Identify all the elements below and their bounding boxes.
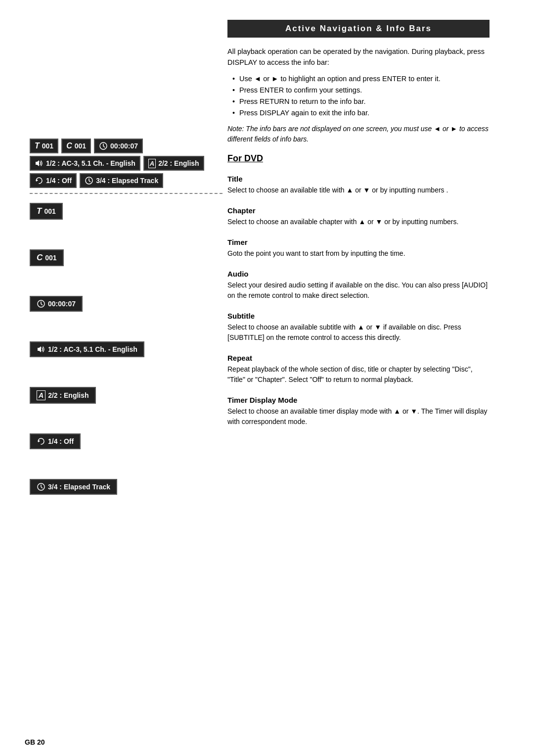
subtitle-standalone-value: 2/2 : English bbox=[48, 391, 89, 399]
intro-paragraph: All playback operation can be operated b… bbox=[227, 47, 490, 68]
audio-display-widget: 1/2 : AC-3, 5.1 Ch. - English bbox=[30, 156, 140, 171]
subtitle-standalone-widget: A 2/2 : English bbox=[30, 387, 222, 404]
for-dvd-heading: For DVD bbox=[227, 153, 490, 164]
title-display-widget: T 001 bbox=[30, 139, 58, 153]
section-header: Active Navigation & Info Bars bbox=[227, 20, 490, 38]
section-timer-text: Goto the point you want to start from by… bbox=[227, 248, 490, 259]
page-number: GB 20 bbox=[25, 738, 44, 746]
timer-standalone-icon bbox=[37, 299, 45, 308]
title-standalone-widget: T 001 bbox=[30, 203, 222, 220]
title-icon: T bbox=[35, 142, 40, 150]
section-timer-label: Timer bbox=[227, 238, 490, 246]
audio-standalone-icon bbox=[37, 345, 45, 354]
timer-standalone-group: 00:00:07 bbox=[30, 296, 222, 312]
section-title-label: Title bbox=[227, 175, 490, 183]
subtitle-icon: A bbox=[148, 159, 156, 168]
chapter-icon: C bbox=[66, 142, 72, 150]
section-timer-display-label: Timer Display Mode bbox=[227, 396, 490, 404]
svg-marker-2 bbox=[36, 179, 38, 182]
left-column: T 001 C 001 00:00:07 bbox=[30, 139, 222, 524]
audio-standalone-group: 1/2 : AC-3, 5.1 Ch. - English bbox=[30, 341, 222, 357]
dashed-divider bbox=[30, 193, 222, 194]
chapter-standalone-value: 001 bbox=[45, 254, 56, 262]
section-subtitle-block: Subtitle Select to choose an available s… bbox=[227, 312, 490, 343]
title-standalone-group: T 001 bbox=[30, 203, 222, 220]
subtitle-standalone-box: A 2/2 : English bbox=[30, 387, 96, 404]
bullet-item: Use ◄ or ► to highlight an option and pr… bbox=[232, 73, 490, 85]
title-value: 001 bbox=[42, 142, 53, 150]
section-chapter-label: Chapter bbox=[227, 206, 490, 215]
chapter-standalone-box: C 001 bbox=[30, 249, 64, 266]
subtitle-standalone-group: A 2/2 : English bbox=[30, 387, 222, 404]
section-audio-text: Select your desired audio setting if ava… bbox=[227, 280, 490, 301]
top-row-3: 1/4 : Off 3/4 : Elapsed Track bbox=[30, 173, 222, 188]
section-subtitle-label: Subtitle bbox=[227, 312, 490, 320]
repeat-display-widget: 1/4 : Off bbox=[30, 173, 77, 188]
timer-standalone-widget: 00:00:07 bbox=[30, 296, 222, 312]
section-repeat-block: Repeat Repeat playback of the whole sect… bbox=[227, 354, 490, 385]
timer-icon bbox=[99, 142, 108, 150]
repeat-standalone-value: 1/4 : Off bbox=[48, 437, 74, 445]
timer-value: 00:00:07 bbox=[110, 142, 138, 150]
timer-display-mode-value: 3/4 : Elapsed Track bbox=[96, 177, 158, 185]
section-title-block: Title Select to choose an available titl… bbox=[227, 175, 490, 195]
timer-display-mode-widget: 3/4 : Elapsed Track bbox=[80, 173, 163, 188]
audio-standalone-box: 1/2 : AC-3, 5.1 Ch. - English bbox=[30, 341, 144, 357]
chapter-standalone-group: C 001 bbox=[30, 249, 222, 266]
page-container: Active Navigation & Info Bars All playba… bbox=[0, 0, 534, 756]
section-timer-display-block: Timer Display Mode Select to choose an a… bbox=[227, 396, 490, 427]
timer-display-widget-top: 00:00:07 bbox=[94, 139, 143, 153]
section-repeat-label: Repeat bbox=[227, 354, 490, 362]
bullet-item: Press RETURN to return to the info bar. bbox=[232, 96, 490, 107]
timer-display-icon bbox=[85, 176, 93, 185]
subtitle-display-widget: A 2/2 : English bbox=[143, 156, 204, 171]
subtitle-standalone-icon: A bbox=[37, 390, 45, 400]
title-standalone-box: T 001 bbox=[30, 203, 63, 220]
repeat-standalone-icon bbox=[37, 437, 45, 446]
repeat-icon bbox=[35, 176, 44, 185]
section-chapter-block: Chapter Select to choose an available ch… bbox=[227, 206, 490, 227]
right-column: Active Navigation & Info Bars All playba… bbox=[227, 20, 509, 438]
top-info-bar: T 001 C 001 00:00:07 bbox=[30, 139, 222, 188]
svg-marker-5 bbox=[38, 346, 41, 352]
section-chapter-text: Select to choose an available chapter wi… bbox=[227, 217, 490, 227]
timer-display-standalone-group: 3/4 : Elapsed Track bbox=[30, 479, 222, 495]
section-audio-label: Audio bbox=[227, 270, 490, 278]
title-standalone-value: 001 bbox=[44, 207, 55, 215]
timer-display-standalone-value: 3/4 : Elapsed Track bbox=[48, 483, 110, 491]
subtitle-value: 2/2 : English bbox=[158, 159, 199, 167]
repeat-standalone-box: 1/4 : Off bbox=[30, 433, 81, 449]
audio-standalone-widget: 1/2 : AC-3, 5.1 Ch. - English bbox=[30, 341, 222, 357]
section-timer-display-text: Select to choose an available timer disp… bbox=[227, 406, 490, 427]
timer-display-standalone-widget: 3/4 : Elapsed Track bbox=[30, 479, 222, 495]
repeat-standalone-widget: 1/4 : Off bbox=[30, 433, 222, 449]
audio-standalone-value: 1/2 : AC-3, 5.1 Ch. - English bbox=[48, 345, 137, 353]
chapter-display-widget: C 001 bbox=[61, 139, 91, 153]
timer-display-standalone-icon bbox=[37, 482, 45, 491]
header-title: Active Navigation & Info Bars bbox=[285, 24, 432, 33]
section-repeat-text: Repeat playback of the whole section of … bbox=[227, 364, 490, 385]
section-audio-block: Audio Select your desired audio setting … bbox=[227, 270, 490, 301]
top-row-1: T 001 C 001 00:00:07 bbox=[30, 139, 222, 153]
timer-standalone-box: 00:00:07 bbox=[30, 296, 83, 312]
repeat-value: 1/4 : Off bbox=[46, 177, 72, 185]
chapter-standalone-widget: C 001 bbox=[30, 249, 222, 266]
chapter-standalone-icon: C bbox=[37, 253, 43, 263]
timer-standalone-value: 00:00:07 bbox=[48, 300, 76, 308]
svg-marker-1 bbox=[36, 160, 39, 166]
top-row-2: 1/2 : AC-3, 5.1 Ch. - English A 2/2 : En… bbox=[30, 156, 222, 171]
section-subtitle-text: Select to choose an available subtitle w… bbox=[227, 322, 490, 343]
chapter-value: 001 bbox=[75, 142, 86, 150]
bullet-item: Press DISPLAY again to exit the info bar… bbox=[232, 107, 490, 119]
bullet-item: Press ENTER to confirm your settings. bbox=[232, 85, 490, 96]
svg-marker-6 bbox=[38, 440, 40, 442]
section-title-text: Select to choose an available title with… bbox=[227, 185, 490, 195]
repeat-standalone-group: 1/4 : Off bbox=[30, 433, 222, 449]
bullet-list: Use ◄ or ► to highlight an option and pr… bbox=[232, 73, 490, 119]
title-standalone-icon: T bbox=[37, 206, 42, 216]
timer-display-standalone-box: 3/4 : Elapsed Track bbox=[30, 479, 117, 495]
audio-icon bbox=[35, 159, 44, 168]
section-timer-block: Timer Goto the point you want to start f… bbox=[227, 238, 490, 259]
note-text: Note: The info bars are not displayed on… bbox=[227, 124, 490, 144]
audio-value: 1/2 : AC-3, 5.1 Ch. - English bbox=[46, 159, 135, 167]
